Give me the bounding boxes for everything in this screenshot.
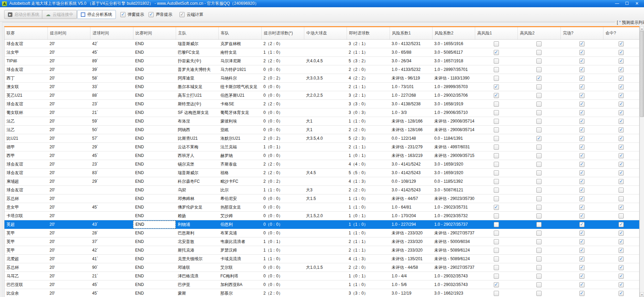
checkbox-finished[interactable]: [579, 84, 585, 89]
table-row[interactable]: 球会友谊20'23`END锡尔克堡齐斯泰兹2（2：0）4（4：0）3.0 - 4…: [4, 160, 639, 169]
table-row[interactable]: 法乙20'59`END布洛涅蒙彼利埃0（0：0）大11（1：0）未评估 - 12…: [4, 117, 639, 126]
checkbox-high-risk1[interactable]: [494, 265, 499, 270]
checkbox-hit[interactable]: [619, 153, 624, 158]
checkbox-finished[interactable]: [579, 76, 585, 81]
checkbox-high-risk2[interactable]: [536, 179, 542, 184]
checkbox-high-risk2[interactable]: [536, 282, 542, 287]
checkbox-high-risk1[interactable]: [494, 170, 499, 176]
checkbox-hit[interactable]: [619, 162, 624, 167]
checkbox-finished[interactable]: [579, 67, 585, 72]
cloud-compute-checkbox-box[interactable]: [179, 12, 185, 17]
column-header-hit[interactable]: 命中?: [603, 27, 639, 39]
minimize-button[interactable]: —: [612, 0, 622, 7]
table-row[interactable]: 比业余20'45`END蒙斯那慕尔2（2：0）3（3：0）3.0 - 12/19…: [4, 289, 639, 297]
checkbox-high-risk2[interactable]: [536, 222, 542, 227]
table-row[interactable]: 球会友谊20'83`END瑞普斯威尔祖格2（2：0）大4.55（5：0）3.0 …: [4, 169, 639, 177]
column-header-goal-time[interactable]: 进球时间: [90, 27, 133, 39]
checkbox-high-risk1[interactable]: [494, 136, 499, 141]
checkbox-finished[interactable]: [579, 256, 585, 262]
table-row[interactable]: 苏总杯20'90`END邓迪联艾尔联0（0：0）大1.0,1.52（2：0）未评…: [4, 263, 639, 272]
checkbox-finished[interactable]: [579, 239, 585, 244]
checkbox-finished[interactable]: [579, 231, 585, 236]
checkbox-hit[interactable]: [619, 136, 624, 141]
checkbox-high-risk2[interactable]: [536, 239, 542, 244]
column-header-home-team[interactable]: 主队: [176, 27, 218, 39]
column-header-live-goals[interactable]: 即时进球数: [347, 27, 390, 39]
checkbox-high-risk1[interactable]: [494, 231, 499, 236]
checkbox-finished[interactable]: [579, 188, 585, 193]
table-row[interactable]: 球会友谊20'23`END斯特里达(中)卡格SE2（2：0）3（3：0）3.0 …: [4, 100, 639, 108]
checkbox-high-risk1[interactable]: [494, 145, 499, 150]
checkbox-hit[interactable]: [619, 76, 624, 81]
checkbox-high-risk2[interactable]: [536, 50, 542, 55]
column-header-risk2[interactable]: 风险系数2: [432, 27, 475, 39]
checkbox-hit[interactable]: [619, 256, 624, 262]
checkbox-hit[interactable]: [619, 291, 624, 296]
checkbox-hit[interactable]: [619, 274, 624, 279]
checkbox-high-risk1[interactable]: [494, 127, 499, 132]
table-row[interactable]: 澳女联20'33`END墨尔本城女足纽卡斯尔喷气机女足0（0：0）2（1：1）1…: [4, 83, 639, 91]
cloud-compute-checkbox[interactable]: 云端计算: [179, 12, 203, 18]
column-header-high-risk1[interactable]: 高风险1: [475, 27, 517, 39]
checkbox-hit[interactable]: [619, 84, 624, 89]
checkbox-hit[interactable]: [619, 110, 624, 115]
checkbox-high-risk1[interactable]: [494, 188, 499, 193]
checkbox-hit[interactable]: [619, 93, 624, 98]
checkbox-hit[interactable]: [619, 196, 624, 201]
popup-alert-checkbox[interactable]: 弹窗提示: [120, 12, 144, 18]
column-header-risk1[interactable]: 风险系数1: [390, 27, 432, 39]
checkbox-high-risk2[interactable]: [536, 170, 542, 176]
checkbox-high-risk2[interactable]: [536, 93, 542, 98]
checkbox-high-risk2[interactable]: [536, 119, 542, 124]
checkbox-high-risk2[interactable]: [536, 274, 542, 279]
table-row[interactable]: 巴巴亚联20'45`END巴伊亚加利西亚BA0（0：0）1（1：0）1.0 - …: [4, 280, 639, 289]
checkbox-high-risk1[interactable]: [494, 196, 499, 201]
checkbox-high-risk1[interactable]: [494, 41, 499, 46]
checkbox-high-risk1[interactable]: [494, 59, 499, 64]
checkbox-hit[interactable]: [619, 248, 624, 253]
checkbox-high-risk2[interactable]: [536, 265, 542, 270]
checkbox-high-risk1[interactable]: [494, 102, 499, 107]
vertical-scrollbar[interactable]: ▲ ▼: [640, 26, 644, 297]
checkbox-finished[interactable]: [579, 110, 585, 115]
cloud-connecting-button[interactable]: ☁ 云端连接中: [42, 10, 77, 19]
checkbox-high-risk2[interactable]: [536, 213, 542, 219]
checkbox-high-risk2[interactable]: [536, 76, 542, 81]
checkbox-finished[interactable]: [579, 179, 585, 184]
sound-alert-checkbox-box[interactable]: [149, 12, 154, 17]
checkbox-hit[interactable]: [619, 59, 624, 64]
checkbox-finished[interactable]: [579, 222, 585, 227]
checkbox-finished[interactable]: [579, 41, 585, 46]
checkbox-high-risk2[interactable]: [536, 291, 542, 296]
checkbox-high-risk2[interactable]: [536, 256, 542, 262]
checkbox-hit[interactable]: [619, 127, 624, 132]
table-row[interactable]: 北爱超20'41`END克里夫顿维尔卡域克流浪1（1：0）4（1：3）未评估 -…: [4, 255, 639, 263]
checkbox-finished[interactable]: [579, 213, 585, 219]
table-row[interactable]: 西丁20'58`END阿库迪亚马纳科尔2（0：2）大3.0,3.54（2：2）未…: [4, 74, 639, 83]
checkbox-high-risk1[interactable]: [494, 67, 499, 72]
checkbox-hit[interactable]: [619, 282, 624, 287]
checkbox-high-risk1[interactable]: [494, 282, 499, 287]
checkbox-finished[interactable]: [579, 102, 585, 107]
table-row[interactable]: 法乙20'50`END阿纳西亚眠0（0：0）大12（2：0）未评估 - 128/…: [4, 126, 639, 134]
column-header-match-time[interactable]: 比赛时间: [133, 27, 176, 39]
table-row[interactable]: 德甲20'29`END云达不莱梅法兰克福1（0：1）2（1：1）未评估 - 23…: [4, 143, 639, 151]
checkbox-high-risk1[interactable]: [494, 205, 499, 210]
checkbox-finished[interactable]: [579, 282, 585, 287]
table-row[interactable]: 柬埔超20'29`END科尔森奇FC毗沙卡FC2（0：2）4（1：3）0.0 -…: [4, 177, 639, 186]
table-row[interactable]: 法女甲20'45`END巴黎FC女足南特女足1（1：0）2（1：1）3.0 - …: [4, 48, 639, 57]
checkbox-high-risk2[interactable]: [536, 102, 542, 107]
column-header-away-team[interactable]: 客队: [218, 27, 261, 39]
checkbox-finished[interactable]: [579, 50, 585, 55]
checkbox-high-risk2[interactable]: [536, 59, 542, 64]
column-header-half-line[interactable]: 中场大球盘: [304, 27, 347, 39]
checkbox-high-risk2[interactable]: [536, 162, 542, 167]
column-header-finished[interactable]: 完场?: [560, 27, 603, 39]
column-header-league[interactable]: 联赛: [4, 27, 47, 39]
checkbox-finished[interactable]: [579, 196, 585, 201]
maximize-button[interactable]: ☐: [622, 0, 632, 7]
checkbox-hit[interactable]: [619, 222, 624, 227]
table-row[interactable]: 英甲20'28`END巴恩斯利布莱克浦0（0：0）1（1：0）未评估 - 233…: [4, 229, 639, 237]
checkbox-high-risk2[interactable]: [536, 136, 542, 141]
checkbox-high-risk1[interactable]: [494, 93, 499, 98]
